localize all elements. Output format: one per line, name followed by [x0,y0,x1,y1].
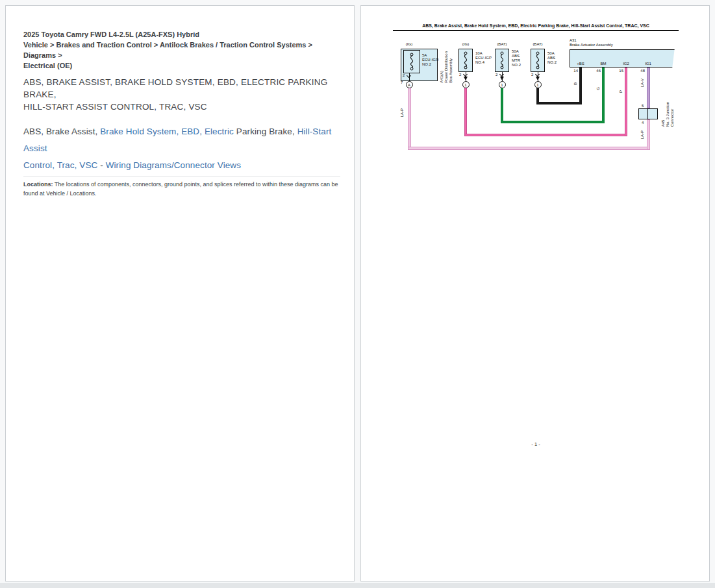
junction-label: A45 No. 3 Junction Connector [661,102,675,127]
link-segment-dark: - [100,160,105,170]
pin-number: 5 [642,104,644,108]
fuse-number: NO.2 [422,62,431,67]
connector-circle: 1 [534,81,542,88]
fuse-rating: 5A [422,53,427,58]
arrow-icon [500,77,504,80]
wire-color-label: LA-P [640,130,645,139]
component-code: A31 [570,38,577,43]
label-line: Power Distribution [444,51,449,83]
fuse-source-label: (IG) [456,42,475,47]
fuse-number: NO.2 [512,63,521,67]
pin-chevron-icon [499,72,504,77]
wire-segment [464,134,627,136]
fuse-name: ABS [547,56,555,60]
fuse-name2: MTR [512,58,520,63]
fuse-symbol-box [495,49,509,72]
fuse-icon [495,49,508,71]
wire-color-label: G [596,87,601,90]
connector-circle: A [406,81,413,88]
page-title: ABS, BRAKE ASSIST, BRAKE HOLD SYSTEM, EB… [23,76,345,113]
arrow-icon [464,77,468,80]
breadcrumb-line1: Vehicle > Brakes and Traction Control > … [23,41,312,59]
fuse-source-label: (BAT) [528,42,547,47]
locations-note: Locations: The locations of components, … [23,180,343,198]
fuse-name: ECU-IGP [475,56,492,60]
pin-number: 46 [589,69,601,73]
pin-number: 48 [633,69,645,73]
title-underline [393,30,679,31]
pin-number: 15 [612,69,623,73]
label-line: A41(A) [440,51,444,83]
locations-label: Locations: [23,181,53,188]
label-line: A45 [661,102,666,127]
link-segment-blue[interactable]: Brake Hold System, EBD, Electric [100,127,236,136]
wire-segment [647,67,650,108]
fuse-number: NO.4 [475,60,484,65]
fuse-icon [531,49,544,71]
wiring-diagram: ABS, Brake Assist, Brake Hold System, EB… [361,6,710,582]
wire-color-label: LA-P [400,108,405,117]
fuse-symbol-box [403,50,420,73]
fuse-rating: 50A [547,51,555,56]
wire-segment [501,121,605,123]
fuse-symbol-box [458,49,473,72]
label-line: Connector [670,102,675,127]
pin-number: 2 [495,73,497,77]
breadcrumb-line2: Electrical (OE) [23,62,72,69]
wire-color-label: LA-V [640,79,645,87]
exit-pin-number: 7 [401,80,403,85]
label-line: No. 3 Junction [666,102,670,127]
fuse-icon [459,49,472,71]
breadcrumb: Vehicle > Brakes and Traction Control > … [23,40,345,71]
page-title-line2: HILL-START ASSIST CONTROL, TRAC, VSC [23,102,207,112]
vehicle-title: 2025 Toyota Camry FWD L4-2.5L (A25A-FXS)… [23,29,345,40]
pin-number: 4 [642,121,644,125]
connector-circle: 1 [462,81,470,88]
wire-segment [536,102,582,104]
pin-name: BM [597,62,610,66]
link-segment-dark: Parking Brake, [236,127,297,136]
pin-number: 14 [566,69,578,73]
wire-color-label: P [619,90,623,93]
wire-segment [602,67,605,123]
wire-segment [647,119,650,150]
pin-name: +BS [574,62,587,66]
wire-segment [464,88,467,136]
link-segment-dark: ABS, Brake Assist, [23,127,100,136]
fuse-source-label: (BAT) [492,42,512,47]
fuse-icon [404,51,420,73]
wire-segment [501,88,503,123]
fuse-name: ECU-IGR [422,58,438,62]
wire-segment [408,88,411,150]
document-page-diagram: ABS, Brake Assist, Brake Hold System, EB… [360,5,710,582]
wire-segment [408,147,650,150]
pin-number: 2 [531,73,533,77]
pin-name: IG1 [642,62,655,66]
document-page-text: 2025 Toyota Camry FWD L4-2.5L (A25A-FXS)… [5,5,355,582]
page-title-line1: ABS, BRAKE ASSIST, BRAKE HOLD SYSTEM, EB… [23,77,327,99]
junction-divider [647,109,648,119]
fuse-symbol-box [531,49,545,72]
bottom-strip [0,583,715,588]
fuse-rating: 50A [512,49,519,54]
wire-color-label: B [573,82,578,85]
junction-box [638,108,658,119]
pin-name: IG2 [620,62,633,66]
fuse-source-label: (IG) [399,42,419,47]
wiring-diagram-link[interactable]: ABS, Brake Assist, Brake Hold System, EB… [23,123,345,174]
link-segment-blue[interactable]: Control, Trac, VSC [23,160,100,170]
link-segment-blue[interactable]: Wiring Diagrams/Connector Views [106,160,241,170]
label-line: Box Assembly [449,51,453,83]
pin-number: 2 [403,73,405,78]
page-number: - 1 - [523,441,549,447]
fuse-rating: 10A [475,51,483,56]
pin-chevron-icon [463,72,468,77]
divider [23,176,340,177]
left-page-content: 2025 Toyota Camry FWD L4-2.5L (A25A-FXS)… [23,29,345,198]
pin-chevron-icon [535,72,540,77]
connector-circle: 1 [499,81,506,88]
locations-text: The locations of components, connectors,… [23,181,338,197]
arrow-icon [536,77,540,80]
fuse-name: ABS [512,54,520,58]
fuse-number: NO.2 [547,60,557,65]
